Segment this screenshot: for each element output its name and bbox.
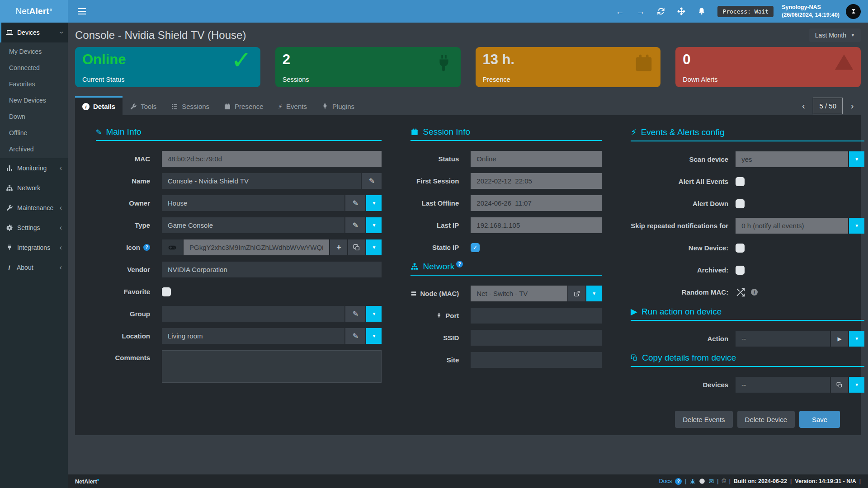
location-dropdown-button[interactable]: ▼ <box>366 328 382 344</box>
github-icon[interactable] <box>699 478 705 484</box>
node-dropdown-button[interactable]: ▼ <box>586 286 602 301</box>
forward-arrow-icon[interactable]: → <box>636 7 645 16</box>
ssid-input[interactable] <box>471 330 602 346</box>
tab-sessions[interactable]: Sessions <box>164 96 217 115</box>
tab-tools[interactable]: Tools <box>123 96 164 115</box>
action-dropdown-button[interactable]: ▼ <box>849 331 864 347</box>
help-icon[interactable] <box>143 244 150 251</box>
node-mac-label: Node (MAC) <box>410 290 459 297</box>
sidebar-item-devices[interactable]: Devices ‹ <box>0 23 68 42</box>
edit-group-button[interactable]: ✎ <box>345 306 365 322</box>
edit-owner-button[interactable]: ✎ <box>345 195 365 211</box>
sidebar-item-label: Monitoring <box>17 164 47 172</box>
tab-plugins[interactable]: Plugins <box>314 96 362 115</box>
sidebar-subitem-connected[interactable]: Connected <box>0 60 68 76</box>
field-row-favorite: Favorite <box>96 284 382 300</box>
tab-presence[interactable]: Presence <box>217 96 270 115</box>
sidebar-item-settings[interactable]: Settings ‹ <box>0 218 68 238</box>
mail-icon[interactable]: ✉ <box>708 478 714 485</box>
card-presence[interactable]: 13 h. Presence <box>476 47 661 87</box>
host-timestamp: (26/06/2024, 14:19:40) <box>782 11 840 19</box>
edit-type-button[interactable]: ✎ <box>345 217 365 233</box>
type-input[interactable]: Game Console <box>162 217 344 233</box>
sidebar-item-maintenance[interactable]: Maintenance ‹ <box>0 198 68 218</box>
group-label: Group <box>96 310 150 318</box>
name-input[interactable]: Console - Nvidia Shield TV <box>162 173 361 189</box>
sidebar-item-monitoring[interactable]: Monitoring ‹ <box>0 158 68 178</box>
action-select[interactable]: -- <box>736 331 830 347</box>
card-sessions[interactable]: 2 Sessions <box>275 47 461 87</box>
sidebar-toggle-icon[interactable] <box>78 11 86 12</box>
vendor-input[interactable]: NVIDIA Corporation <box>162 262 382 277</box>
sidebar-subitem-offline[interactable]: Offline <box>0 125 68 141</box>
sidebar-subitem-favorites[interactable]: Favorites <box>0 76 68 92</box>
new-device-checkbox[interactable] <box>736 244 745 253</box>
port-input[interactable] <box>471 308 602 324</box>
edit-location-button[interactable]: ✎ <box>345 328 365 344</box>
site-input[interactable] <box>471 352 602 368</box>
period-value: Last Month <box>815 32 846 39</box>
sidebar-subitem-new-devices[interactable]: New Devices <box>0 92 68 108</box>
devices-select[interactable]: -- <box>736 377 830 393</box>
bell-icon[interactable] <box>698 7 706 15</box>
tab-label: Presence <box>235 103 263 110</box>
user-avatar[interactable] <box>846 4 861 19</box>
owner-dropdown-button[interactable]: ▼ <box>366 195 382 211</box>
skip-notifications-select[interactable]: 0 h (notify all events) <box>736 218 848 234</box>
sidebar-subitem-archived[interactable]: Archived <box>0 141 68 157</box>
alert-all-events-checkbox[interactable] <box>736 177 745 186</box>
tab-details[interactable]: Details <box>75 96 123 115</box>
icon-dropdown-button[interactable]: ▼ <box>366 239 382 255</box>
devices-dropdown-button[interactable]: ▼ <box>849 377 864 393</box>
period-select[interactable]: Last Month ▼ <box>809 28 861 42</box>
group-dropdown-button[interactable]: ▼ <box>366 306 382 322</box>
delete-device-button[interactable]: Delete Device <box>737 411 795 428</box>
app-logo[interactable]: NetAlertx <box>0 0 68 23</box>
favorite-checkbox[interactable] <box>162 287 171 296</box>
group-input[interactable] <box>162 306 344 322</box>
prev-device-button[interactable]: ‹ <box>795 96 812 115</box>
bug-icon[interactable] <box>689 478 696 484</box>
move-icon[interactable] <box>677 7 685 15</box>
tab-events[interactable]: Events <box>270 96 314 115</box>
sidebar-subitem-my-devices[interactable]: My Devices <box>0 43 68 60</box>
brand-sup: x <box>50 7 52 12</box>
delete-events-button[interactable]: Delete Events <box>675 411 732 428</box>
location-input[interactable]: Living room <box>162 328 344 344</box>
skip-notifications-dropdown-button[interactable]: ▼ <box>849 218 864 234</box>
sidebar-item-network[interactable]: Network <box>0 178 68 198</box>
alert-down-checkbox[interactable] <box>736 199 745 208</box>
sidebar-item-integrations[interactable]: Integrations ‹ <box>0 238 68 258</box>
sidebar-item-about[interactable]: About ‹ <box>0 258 68 277</box>
card-current-status[interactable]: Online ✓ Current Status <box>75 47 260 87</box>
archived-checkbox[interactable] <box>736 266 745 275</box>
add-icon-button[interactable]: + <box>330 239 347 255</box>
copy-details-button[interactable] <box>831 377 848 393</box>
scan-device-select[interactable]: yes <box>736 151 848 167</box>
docs-link[interactable]: Docs <box>659 478 672 484</box>
card-label: Sessions <box>283 76 309 83</box>
sidebar-subitem-down[interactable]: Down <box>0 108 68 125</box>
gear-icon <box>6 224 13 231</box>
sidebar-item-label: Settings <box>17 224 40 231</box>
comments-textarea[interactable] <box>162 350 382 383</box>
save-button[interactable]: Save <box>799 411 840 428</box>
field-row-node-mac: Node (MAC) Net - Switch - TV ▼ <box>410 286 602 301</box>
copy-icon-button[interactable] <box>348 239 365 255</box>
back-arrow-icon[interactable]: ← <box>615 7 624 16</box>
open-node-button[interactable] <box>568 286 585 301</box>
card-down-alerts[interactable]: 0 Down Alerts <box>675 47 861 87</box>
help-icon[interactable] <box>456 261 463 267</box>
refresh-icon[interactable] <box>657 7 665 15</box>
static-ip-checkbox[interactable] <box>471 243 480 252</box>
edit-name-button[interactable]: ✎ <box>362 173 382 189</box>
owner-input[interactable]: House <box>162 195 344 211</box>
type-dropdown-button[interactable]: ▼ <box>366 217 382 233</box>
footer-brand[interactable]: NetAlertx <box>75 478 99 485</box>
sidebar-item-label: Integrations <box>17 244 50 251</box>
help-icon[interactable] <box>675 478 682 485</box>
scan-device-dropdown-button[interactable]: ▼ <box>849 151 864 167</box>
next-device-button[interactable]: › <box>844 96 861 115</box>
run-action-button[interactable] <box>831 331 848 347</box>
info-icon[interactable] <box>751 289 758 296</box>
